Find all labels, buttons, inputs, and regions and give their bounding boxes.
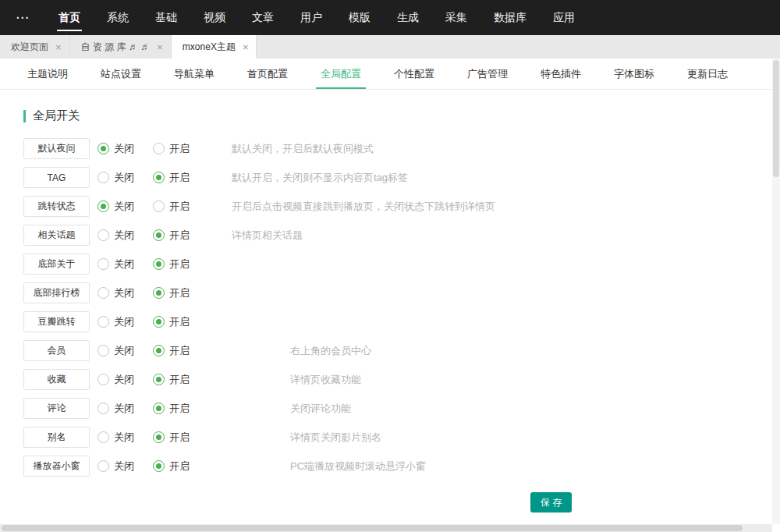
subnav-item[interactable]: 导航菜单 <box>163 59 225 89</box>
topnav-item[interactable]: 视频 <box>190 0 239 35</box>
row-label: 会员 <box>23 340 90 361</box>
radio-on[interactable] <box>153 345 165 356</box>
radio-option-on[interactable]: 开启 <box>153 142 208 156</box>
radio-on[interactable] <box>153 229 165 241</box>
row-desc: 默认关闭，开启后默认夜间模式 <box>232 142 374 156</box>
subnav-item[interactable]: 特色插件 <box>530 59 592 89</box>
radio-off[interactable] <box>98 431 109 443</box>
radio-off-label: 关闭 <box>114 142 134 156</box>
radio-off[interactable] <box>98 200 109 212</box>
radio-on[interactable] <box>153 172 165 183</box>
save-button[interactable]: 保 存 <box>530 492 572 512</box>
radio-off[interactable] <box>98 345 109 356</box>
radio-on-label: 开启 <box>169 142 190 156</box>
radio-option-off[interactable]: 关闭 <box>98 344 153 358</box>
horizontal-scrollbar[interactable] <box>0 524 772 532</box>
radio-option-off[interactable]: 关闭 <box>98 315 153 329</box>
radio-on[interactable] <box>153 316 165 328</box>
radio-off-label: 关闭 <box>114 431 134 445</box>
radio-off-label: 关闭 <box>114 200 134 214</box>
radio-option-off[interactable]: 关闭 <box>98 431 153 445</box>
radio-on[interactable] <box>153 287 165 299</box>
save-row: 保 存 <box>530 492 780 512</box>
topnav-item[interactable]: 基础 <box>142 0 190 35</box>
setting-row: 会员 关闭 开启 右上角的会员中心 <box>23 336 780 365</box>
subnav-item[interactable]: 主题说明 <box>16 59 79 89</box>
radio-option-off[interactable]: 关闭 <box>98 459 153 473</box>
row-desc: 开启后点击视频直接跳到播放页，关闭状态下跳转到详情页 <box>232 200 495 214</box>
row-desc: 详情页关闭影片别名 <box>290 431 381 445</box>
radio-off[interactable] <box>98 316 109 328</box>
radio-on[interactable] <box>153 374 165 385</box>
radio-off[interactable] <box>98 460 109 472</box>
tabbar: 欢迎页面 × 自 资 源 库 ♬ ♬ × mxoneX主题 × <box>0 35 780 59</box>
radio-option-on[interactable]: 开启 <box>153 459 208 473</box>
tab[interactable]: mxoneX主题 × <box>172 35 257 59</box>
radio-option-off[interactable]: 关闭 <box>98 171 153 185</box>
radio-option-on[interactable]: 开启 <box>153 402 208 416</box>
topnav-item[interactable]: 用户 <box>287 0 335 35</box>
radio-option-off[interactable]: 关闭 <box>98 257 153 271</box>
radio-off[interactable] <box>98 374 109 385</box>
radio-option-off[interactable]: 关闭 <box>98 373 153 387</box>
radio-off[interactable] <box>98 143 109 154</box>
subnav-item[interactable]: 字体图标 <box>603 59 665 89</box>
radio-on[interactable] <box>153 403 165 414</box>
tab[interactable]: 欢迎页面 × <box>0 35 70 59</box>
radio-on-label: 开启 <box>169 344 190 358</box>
radio-on-label: 开启 <box>169 373 190 387</box>
radio-option-off[interactable]: 关闭 <box>98 142 153 156</box>
radio-on-label: 开启 <box>169 286 190 300</box>
radio-option-on[interactable]: 开启 <box>153 431 208 445</box>
vertical-scrollbar[interactable] <box>772 59 780 524</box>
topnav-item[interactable]: 首页 <box>45 0 94 35</box>
topnav-item[interactable]: 模版 <box>335 0 384 35</box>
subnav-item[interactable]: 全局配置 <box>310 59 372 89</box>
radio-off-label: 关闭 <box>114 257 134 271</box>
radio-on[interactable] <box>153 431 165 443</box>
subnav-item[interactable]: 更新日志 <box>676 59 739 89</box>
radio-option-on[interactable]: 开启 <box>153 344 208 358</box>
radio-option-off[interactable]: 关闭 <box>98 229 153 243</box>
topnav-item[interactable]: 采集 <box>432 0 480 35</box>
radio-option-on[interactable]: 开启 <box>153 315 208 329</box>
radio-on[interactable] <box>153 143 165 154</box>
radio-option-on[interactable]: 开启 <box>153 200 208 214</box>
topnav-item[interactable]: 文章 <box>239 0 287 35</box>
horizontal-scrollbar-thumb[interactable] <box>2 525 743 531</box>
tab-close-icon[interactable]: × <box>55 42 62 52</box>
radio-option-on[interactable]: 开启 <box>153 257 208 271</box>
radio-option-off[interactable]: 关闭 <box>98 200 153 214</box>
topnav-item[interactable]: 数据库 <box>480 0 540 35</box>
radio-off[interactable] <box>98 258 109 270</box>
vertical-scrollbar-thumb[interactable] <box>773 60 779 177</box>
subnav-item[interactable]: 首页配置 <box>236 59 299 89</box>
tab[interactable]: 自 资 源 库 ♬ ♬ × <box>70 35 172 59</box>
radio-off[interactable] <box>98 403 109 414</box>
radio-on-label: 开启 <box>169 459 190 473</box>
radio-option-off[interactable]: 关闭 <box>98 402 153 416</box>
subnav-item[interactable]: 个性配置 <box>383 59 445 89</box>
radio-option-on[interactable]: 开启 <box>153 286 208 300</box>
topnav-item[interactable]: 生成 <box>384 0 432 35</box>
radio-option-off[interactable]: 关闭 <box>98 286 153 300</box>
radio-on[interactable] <box>153 460 165 472</box>
radio-off-label: 关闭 <box>114 402 134 416</box>
tab-close-icon[interactable]: × <box>243 42 249 52</box>
radio-option-on[interactable]: 开启 <box>153 229 208 243</box>
radio-on[interactable] <box>153 258 165 270</box>
subnav-item[interactable]: 广告管理 <box>456 59 519 89</box>
radio-off-label: 关闭 <box>114 315 134 329</box>
setting-row: 评论 关闭 开启 关闭评论功能 <box>23 394 780 423</box>
more-menu-button[interactable]: ⋯ <box>0 0 45 35</box>
radio-on[interactable] <box>153 200 165 212</box>
radio-off[interactable] <box>98 229 109 241</box>
radio-option-on[interactable]: 开启 <box>153 373 208 387</box>
tab-close-icon[interactable]: × <box>157 42 163 52</box>
radio-off[interactable] <box>98 287 109 299</box>
topnav-item[interactable]: 系统 <box>94 0 142 35</box>
topnav-item[interactable]: 应用 <box>540 0 588 35</box>
radio-option-on[interactable]: 开启 <box>153 171 208 185</box>
subnav-item[interactable]: 站点设置 <box>90 59 152 89</box>
radio-off[interactable] <box>98 172 109 183</box>
